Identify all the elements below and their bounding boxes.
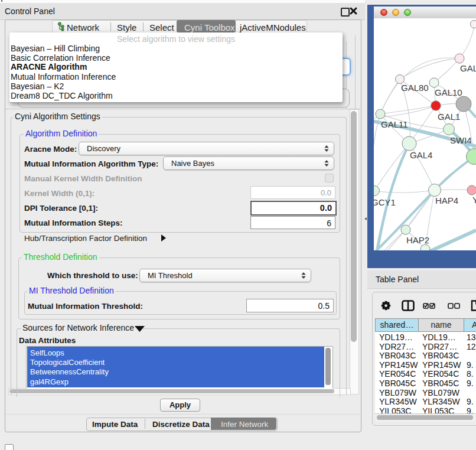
svg-text:HAP2: HAP2 — [406, 235, 429, 245]
svg-text:Y: Y — [472, 195, 476, 205]
svg-text:GAL80: GAL80 — [401, 83, 429, 93]
svg-text:HAP4: HAP4 — [435, 195, 458, 206]
svg-text:GCY1: GCY1 — [374, 197, 396, 207]
svg-text:GAL11: GAL11 — [381, 119, 408, 129]
svg-text:GAL10: GAL10 — [435, 87, 462, 97]
svg-text:GAL4: GAL4 — [410, 150, 432, 160]
svg-text:SWI4: SWI4 — [450, 135, 472, 145]
svg-text:GAL1: GAL1 — [438, 112, 460, 122]
svg-text:GAL2: GAL2 — [460, 63, 476, 73]
